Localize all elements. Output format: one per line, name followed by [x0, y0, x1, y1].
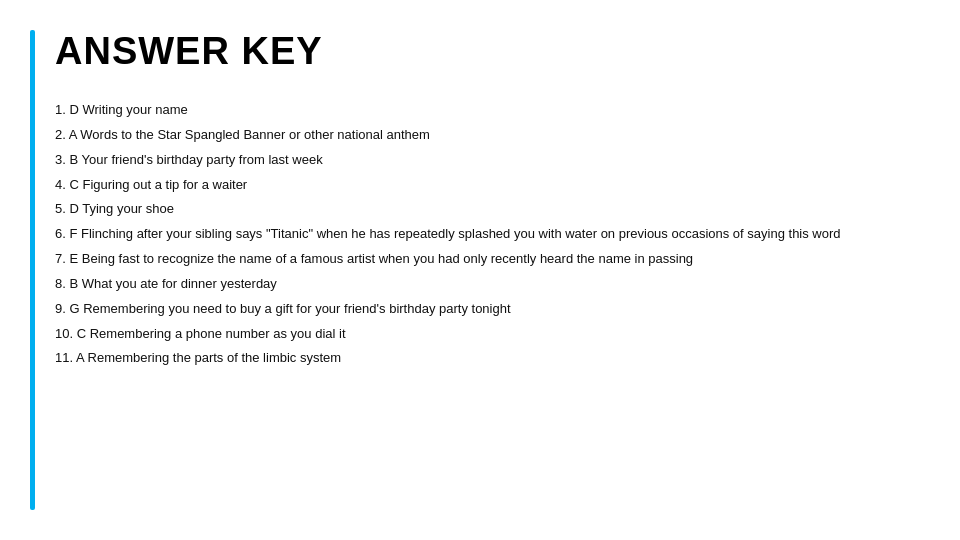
answer-item: 4. C Figuring out a tip for a waiter: [55, 176, 920, 195]
answer-item: 11. A Remembering the parts of the limbi…: [55, 349, 920, 368]
answer-item: 5. D Tying your shoe: [55, 200, 920, 219]
page: ANSWER KEY 1. D Writing your name2. A Wo…: [0, 0, 960, 540]
answer-item: 6. F Flinching after your sibling says "…: [55, 225, 920, 244]
answer-item: 10. C Remembering a phone number as you …: [55, 325, 920, 344]
answer-item: 9. G Remembering you need to buy a gift …: [55, 300, 920, 319]
answer-item: 2. A Words to the Star Spangled Banner o…: [55, 126, 920, 145]
page-title: ANSWER KEY: [55, 30, 920, 73]
answer-item: 7. E Being fast to recognize the name of…: [55, 250, 920, 269]
main-content: ANSWER KEY 1. D Writing your name2. A Wo…: [35, 0, 960, 540]
answer-list: 1. D Writing your name2. A Words to the …: [55, 101, 920, 368]
answer-item: 3. B Your friend's birthday party from l…: [55, 151, 920, 170]
answer-item: 8. B What you ate for dinner yesterday: [55, 275, 920, 294]
answer-item: 1. D Writing your name: [55, 101, 920, 120]
